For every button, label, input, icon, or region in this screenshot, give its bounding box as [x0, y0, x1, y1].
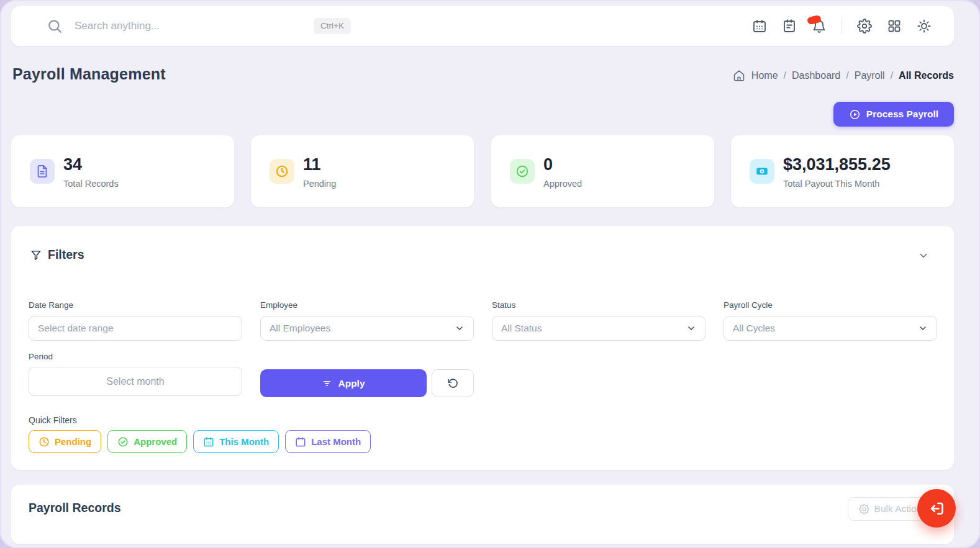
- search-icon: [47, 18, 63, 34]
- breadcrumb-separator: /: [891, 70, 893, 81]
- stat-value: 11: [303, 155, 321, 174]
- apps-grid-icon[interactable]: [887, 19, 902, 34]
- stat-card-pending: 11 Pending: [251, 135, 474, 207]
- breadcrumb-separator: /: [846, 70, 848, 81]
- chip-label: Pending: [55, 436, 91, 447]
- filter-lines-icon: [322, 378, 332, 389]
- rotate-ccw-icon: [447, 377, 459, 389]
- period-month-input[interactable]: [29, 367, 242, 396]
- date-range-input[interactable]: [29, 316, 242, 341]
- calendar-icon: [295, 436, 306, 447]
- logout-fab-button[interactable]: [917, 489, 956, 528]
- breadcrumb-item-dashboard[interactable]: Dashboard: [792, 70, 840, 81]
- employee-select-value: All Employees: [270, 323, 330, 334]
- breadcrumb-separator: /: [784, 70, 786, 81]
- chevron-down-icon: [918, 323, 928, 333]
- clock-icon: [270, 159, 294, 184]
- search-input[interactable]: [75, 16, 304, 36]
- chip-label: Last Month: [311, 436, 361, 447]
- stat-label: Total Records: [63, 179, 119, 189]
- tasks-icon[interactable]: [782, 19, 797, 34]
- breadcrumb: Home / Dashboard / Payroll / All Records: [733, 70, 954, 82]
- check-circle-icon: [117, 436, 129, 447]
- check-circle-icon: [510, 159, 535, 184]
- quick-filter-pending[interactable]: Pending: [29, 430, 101, 453]
- process-payroll-button[interactable]: Process Payroll: [833, 102, 954, 127]
- filters-panel: Filters Date Range Employee Status Payro…: [11, 226, 954, 470]
- chip-label: This Month: [219, 436, 269, 447]
- employee-label: Employee: [260, 300, 297, 310]
- filters-title: Filters: [48, 248, 84, 262]
- payroll-cycle-select[interactable]: All Cycles: [724, 316, 937, 341]
- calendar-icon: [203, 436, 214, 447]
- employee-select[interactable]: All Employees: [260, 316, 474, 341]
- clock-icon: [39, 436, 50, 447]
- status-label: Status: [492, 300, 515, 310]
- banknote-icon: [750, 159, 774, 184]
- process-payroll-label: Process Payroll: [866, 109, 938, 120]
- app-frame: Ctrl+K Payroll Management: [0, 0, 980, 548]
- stat-value: 0: [543, 155, 553, 174]
- calendar-icon[interactable]: [752, 19, 767, 34]
- chevron-down-icon[interactable]: [918, 250, 929, 261]
- gear-icon: [859, 504, 869, 514]
- breadcrumb-item-home[interactable]: Home: [751, 70, 778, 81]
- play-circle-icon: [849, 109, 861, 120]
- period-label: Period: [29, 352, 53, 361]
- theme-sun-icon[interactable]: [917, 19, 932, 34]
- stat-card-total-records: 34 Total Records: [11, 135, 234, 207]
- chevron-down-icon: [455, 323, 465, 333]
- quick-filter-last-month[interactable]: Last Month: [285, 430, 371, 453]
- chip-label: Approved: [134, 436, 177, 447]
- status-select-value: All Status: [501, 323, 542, 334]
- reset-filters-button[interactable]: [432, 369, 474, 397]
- payroll-cycle-select-value: All Cycles: [733, 323, 775, 334]
- page-title: Payroll Management: [12, 65, 166, 83]
- payroll-records-title: Payroll Records: [29, 501, 120, 515]
- quick-filter-this-month[interactable]: This Month: [193, 430, 279, 453]
- topbar-divider: [842, 18, 842, 34]
- funnel-icon: [30, 249, 42, 261]
- stat-card-total-payout: $3,031,855.25 Total Payout This Month: [731, 135, 954, 207]
- topbar-icon-group: [752, 6, 932, 46]
- stat-label: Total Payout This Month: [783, 179, 879, 189]
- notifications-bell-icon[interactable]: [812, 19, 827, 34]
- payroll-records-panel: Payroll Records Bulk Actions: [11, 485, 954, 544]
- quick-filter-chips: Pending Approved This Month Last Month: [29, 430, 371, 453]
- breadcrumb-item-all-records: All Records: [899, 70, 954, 81]
- status-select[interactable]: All Status: [492, 316, 706, 341]
- document-icon: [30, 159, 55, 184]
- stat-card-approved: 0 Approved: [491, 135, 714, 207]
- breadcrumb-item-payroll[interactable]: Payroll: [855, 70, 885, 81]
- apply-button-label: Apply: [338, 378, 365, 389]
- settings-gear-icon[interactable]: [857, 19, 872, 34]
- quick-filter-approved[interactable]: Approved: [107, 430, 187, 453]
- stat-value: $3,031,855.25: [783, 155, 891, 174]
- date-range-label: Date Range: [29, 300, 73, 310]
- stat-label: Approved: [543, 179, 582, 189]
- home-icon: [733, 70, 745, 82]
- stat-label: Pending: [303, 179, 336, 189]
- quick-filters-label: Quick Filters: [29, 415, 77, 425]
- chevron-down-icon: [686, 323, 696, 333]
- search-shortcut-badge: Ctrl+K: [314, 18, 351, 34]
- stat-value: 34: [63, 155, 82, 174]
- payroll-cycle-label: Payroll Cycle: [724, 300, 773, 310]
- apply-filters-button[interactable]: Apply: [260, 369, 427, 397]
- topbar: Ctrl+K: [11, 6, 954, 46]
- logout-icon: [928, 500, 945, 517]
